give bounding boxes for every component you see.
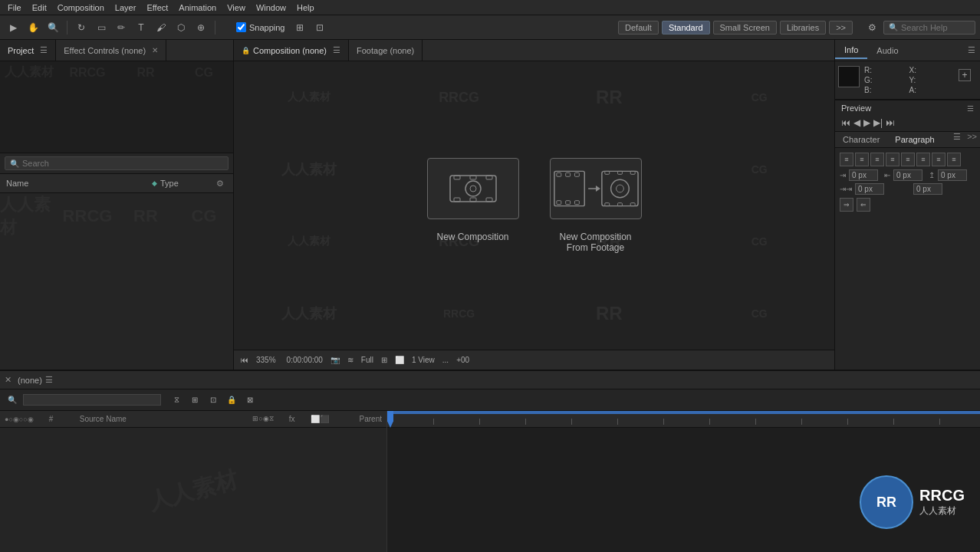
project-search-input[interactable] [22,159,223,168]
toolbar-settings-btn[interactable]: ⚙ [863,19,880,36]
workspace-small-btn[interactable]: Small Screen [713,21,777,34]
comp-tb-quality-label[interactable]: Full [359,356,376,364]
rotate-tool-btn[interactable]: ↻ [73,19,90,36]
align-left-btn[interactable]: ≡ [840,153,853,166]
effect-controls-tab[interactable]: Effect Controls (none) ✕ [56,40,166,61]
zoom-tool-btn[interactable]: 🔍 [44,19,61,36]
timeline-tab-menu[interactable]: ☰ [45,375,53,385]
menu-help[interactable]: Help [292,2,319,14]
tl-ctrl-btn-4[interactable]: ⊡ [206,393,221,407]
comp-tb-cam-btn[interactable]: 📷 [328,356,342,364]
preview-skip-end[interactable]: ⏭ [886,117,895,128]
menu-edit[interactable]: Edit [28,2,51,14]
pen-tool-btn[interactable]: ✏ [113,19,130,36]
tl-ctrl-btn-2[interactable]: ⧖ [169,393,184,407]
paragraph-tab[interactable]: Paragraph [887,132,942,147]
footage-tab[interactable]: Footage (none) [349,40,423,61]
indent-right-input[interactable] [893,169,922,181]
align-right-btn[interactable]: ≡ [870,153,884,166]
indent-left-input[interactable] [849,169,878,181]
project-menu-icon[interactable]: ☰ [40,45,48,55]
expand-icon-btn[interactable]: ⊡ [311,19,328,36]
preview-next-frame[interactable]: ▶| [873,117,883,128]
menu-effect[interactable]: Effect [142,2,173,14]
tl-ctrl-search[interactable]: 🔍 [5,393,20,407]
preview-play[interactable]: ▶ [863,117,870,128]
project-tab[interactable]: Project ☰ [0,40,56,61]
character-tab[interactable]: Character [835,132,887,147]
char-para-menu[interactable]: ☰ [950,132,964,147]
menu-view[interactable]: View [222,2,250,14]
snap-icon-btn[interactable]: ⊞ [291,19,308,36]
menu-animation[interactable]: Animation [174,2,221,14]
tl-ctrl-btn-6[interactable]: ⊠ [242,393,258,407]
info-add-btn[interactable]: + [959,69,971,81]
menu-file[interactable]: File [3,2,26,14]
workspace-standard-btn[interactable]: Standard [662,21,710,34]
new-composition-from-footage-card[interactable]: New Composition From Footage [550,158,642,253]
timeline-tab-none[interactable]: (none) ☰ [18,375,53,385]
audio-tab[interactable]: Audio [867,43,907,58]
right-panel-menu[interactable]: ☰ [963,45,980,55]
timeline-left: ●○◉○○◉ # Source Name ⊞○◉⧖ fx ⬜⬛ Parent 人… [0,411,387,552]
color-swatch[interactable] [838,66,860,87]
composition-menu-icon[interactable]: ☰ [333,45,340,55]
comp-tb-plus[interactable]: +00 [454,356,472,364]
svg-rect-15 [574,201,579,205]
align-justify-center-btn[interactable]: ≡ [901,153,915,166]
comp-tb-pct[interactable]: 335% [254,356,278,364]
menu-layer[interactable]: Layer [110,2,141,14]
tl-col-fx: fx [289,415,295,423]
comp-tb-transparency[interactable]: ⬜ [393,356,406,364]
composition-tab[interactable]: 🔒 Composition (none) ☰ [234,40,349,61]
select-tool-btn[interactable]: ▶ [5,19,21,36]
comp-tb-btn-1[interactable]: ⏮ [238,356,251,364]
info-tab[interactable]: Info [835,42,867,59]
new-composition-card[interactable]: New Composition [427,158,519,253]
puppet-tool-btn[interactable]: ⊕ [192,19,209,36]
comp-tb-view-label[interactable]: 1 View [409,356,437,364]
align-justify-all-btn[interactable]: ≡ [932,153,945,166]
comp-tb-grid[interactable]: ⊞ [379,356,390,364]
comp-tb-more[interactable]: ... [440,356,451,364]
workspace-more-btn[interactable]: >> [829,21,853,34]
menu-bar: File Edit Composition Layer Effect Anima… [0,0,980,15]
workspace-libraries-btn[interactable]: Libraries [780,21,826,34]
timeline-search-input[interactable] [23,394,161,406]
text-dir-ltr-btn[interactable]: ⇒ [840,198,853,212]
ruler-tick [709,419,710,425]
brush-tool-btn[interactable]: 🖌 [153,19,169,36]
effect-controls-close[interactable]: ✕ [152,46,158,54]
align-justify-right-btn[interactable]: ≡ [916,153,930,166]
preview-skip-start[interactable]: ⏮ [841,117,850,128]
logo-brand: RRCG [919,487,965,504]
column-settings-btn[interactable]: ⚙ [213,176,227,190]
first-line-icon: ⇥⇥ [840,185,852,193]
left-panel-tabs: Project ☰ Effect Controls (none) ✕ [0,40,233,61]
rect-tool-btn[interactable]: ▭ [93,19,110,36]
first-line-input[interactable] [855,183,884,195]
text-dir-rtl-btn[interactable]: ⇐ [857,198,870,212]
logo-watermark: RR RRCG 人人素材 [860,475,965,529]
stamp-tool-btn[interactable]: ⬡ [173,19,189,36]
comp-tb-timecode[interactable]: 0:00:00:00 [284,356,325,364]
search-input[interactable] [901,23,970,32]
space-before-input[interactable] [938,169,967,181]
align-justify-left-btn[interactable]: ≡ [886,153,899,166]
tl-ctrl-btn-3[interactable]: ⊞ [187,393,202,407]
timeline-close-btn[interactable]: ✕ [5,375,12,385]
preview-prev-frame[interactable]: ◀ [853,117,860,128]
snapping-checkbox[interactable] [236,22,246,32]
hand-tool-btn[interactable]: ✋ [25,19,41,36]
char-para-expand[interactable]: >> [964,132,980,147]
comp-tb-motion[interactable]: ≋ [345,356,356,364]
align-center-btn[interactable]: ≡ [855,153,869,166]
tl-ctrl-btn-5[interactable]: 🔒 [224,393,239,407]
menu-composition[interactable]: Composition [53,2,109,14]
workspace-default-btn[interactable]: Default [618,21,659,34]
space-after-input[interactable] [913,183,942,195]
menu-window[interactable]: Window [252,2,291,14]
align-force-btn[interactable]: ≡ [947,153,961,166]
preview-menu[interactable]: ☰ [967,104,974,113]
text-tool-btn[interactable]: T [133,19,150,36]
